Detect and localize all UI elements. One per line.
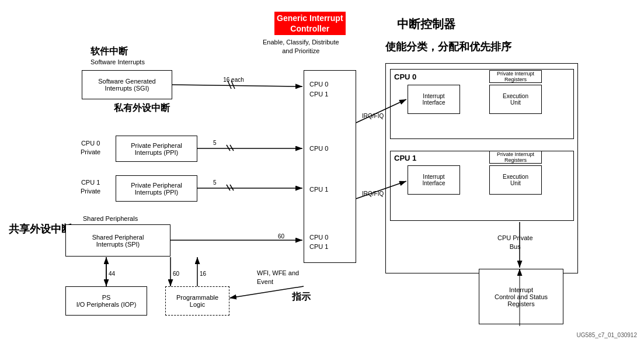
svg-line-8: [227, 145, 230, 151]
ppi0-box: Private PeripheralInterrupts (PPI): [116, 136, 197, 162]
cpu-private-bus-label: CPU PrivateBus: [497, 234, 533, 252]
svg-text:60: 60: [278, 233, 285, 240]
svg-text:5: 5: [213, 179, 217, 186]
cpu0-title: CPU 0: [394, 72, 416, 81]
cpu1-private-label: CPU 1Private: [81, 178, 100, 196]
file-ref-label: UG585_c7_01_030912: [577, 332, 637, 338]
gic-cpu0-ppi-label: CPU 0: [309, 145, 328, 152]
priv-regs1-box: Private InterruptRegisters: [489, 151, 542, 164]
chinese-controller-title: 中断控制器: [397, 16, 455, 32]
svg-text:5: 5: [213, 140, 217, 146]
exec-unit1-box: ExecutionUnit: [489, 165, 542, 195]
zhishi-label: 指示: [292, 291, 311, 303]
wfi-label: WFI, WFE andEvent Indicators: [257, 269, 299, 287]
gic-cpu1-ppi-label: CPU 1: [309, 186, 328, 193]
gic-cpu1-spi-label: CPU 1: [309, 243, 328, 250]
icsr-box: InterruptControl and StatusRegisters: [479, 269, 563, 324]
svg-line-3: [172, 85, 302, 86]
svg-text:IRQ/FIQ: IRQ/FIQ: [362, 113, 384, 119]
priv-regs0-box: Private InterruptRegisters: [489, 70, 542, 83]
cpu0-private-label: CPU 0Private: [81, 139, 100, 157]
gic-title: Generic Interrupt Controller: [274, 12, 346, 35]
svg-line-12: [227, 185, 230, 190]
ppi-chinese-label: 私有外设中断: [114, 102, 170, 115]
svg-line-13: [230, 185, 234, 190]
spi-chinese-label: 共享外设中断: [9, 222, 72, 236]
int-iface0-box: InterruptInterface: [408, 85, 460, 114]
int-iface1-box: InterruptInterface: [408, 165, 460, 195]
svg-line-9: [230, 145, 234, 151]
svg-text:44: 44: [109, 271, 116, 277]
cpu1-title: CPU 1: [394, 154, 416, 162]
ps-iop-box: PSI/O Peripherals (IOP): [65, 286, 147, 316]
prog-logic-box: ProgrammableLogic: [165, 286, 229, 316]
svg-line-4: [228, 81, 231, 89]
svg-text:16 each: 16 each: [223, 77, 244, 83]
sgi-box: Software GeneratedInterrupts (SGI): [82, 70, 172, 99]
gic-cpu1-label: CPU 1: [309, 91, 328, 98]
gic-cpu0-spi-label: CPU 0: [309, 234, 328, 241]
ppi1-box: Private PeripheralInterrupts (PPI): [116, 175, 197, 202]
exec-unit0-box: ExecutionUnit: [489, 85, 542, 114]
enable-label: Enable, Classify, Distributeand Prioriti…: [263, 38, 339, 56]
svg-line-5: [231, 81, 235, 89]
sw-chinese-label: 软件中断: [90, 46, 128, 58]
svg-text:16: 16: [200, 271, 207, 277]
spi-box: Shared PeripheralInterrupts (SPI): [65, 224, 170, 257]
svg-text:IRQ/FIQ: IRQ/FIQ: [362, 190, 384, 197]
svg-text:60: 60: [173, 271, 180, 277]
sw-english-label: Software Interrupts: [90, 58, 145, 65]
chinese-subtitle: 使能分类，分配和优先排序: [385, 40, 511, 54]
gic-cpu0-label: CPU 0: [309, 81, 328, 88]
shared-peripherals-label: Shared Peripherals: [83, 215, 138, 222]
